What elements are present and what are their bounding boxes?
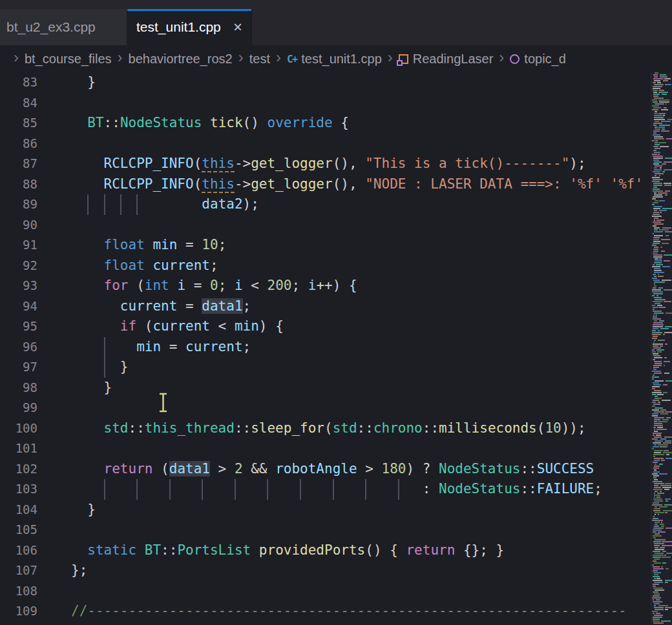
minimap-line: [651, 491, 672, 492]
line-number[interactable]: 94: [0, 296, 37, 317]
line-number[interactable]: 96: [0, 337, 37, 358]
code-line[interactable]: 102 return (data1 > 2 && robotAngle > 18…: [0, 459, 672, 480]
code-line[interactable]: 106 static BT::PortsList providedPorts()…: [0, 540, 672, 561]
line-number[interactable]: 106: [0, 540, 37, 561]
code-line[interactable]: 85 BT::NodeStatus tick() override {: [0, 113, 672, 134]
minimap-line: [651, 522, 672, 523]
minimap-line: [651, 528, 672, 529]
line-number[interactable]: 101: [0, 438, 37, 459]
code-line[interactable]: 104 }: [0, 500, 672, 520]
code-line[interactable]: 84: [0, 93, 672, 114]
code-line[interactable]: 92 float current;: [0, 256, 672, 276]
code-line[interactable]: 103 : NodeStatus::FAILURE;: [0, 479, 672, 500]
minimap-line: [651, 227, 672, 229]
close-icon[interactable]: ×: [233, 19, 242, 35]
code-line[interactable]: 94 current = data1;: [0, 296, 672, 317]
minimap-line: [651, 111, 672, 112]
code-text: min = current;: [37, 337, 251, 358]
minimap-line: [651, 591, 672, 593]
line-number[interactable]: 85: [0, 113, 37, 134]
minimap-line: [651, 497, 672, 498]
minimap-line: [651, 392, 672, 393]
line-number[interactable]: 87: [0, 154, 37, 174]
minimap-line: [651, 90, 672, 91]
line-number[interactable]: 105: [0, 520, 37, 540]
line-number[interactable]: 88: [0, 174, 37, 195]
line-number[interactable]: 89: [0, 194, 37, 215]
minimap-line: [651, 293, 672, 294]
code-line[interactable]: 83 }: [0, 72, 672, 93]
breadcrumb-item-test-unit1-cpp[interactable]: C+ test_unit1.cpp: [287, 52, 382, 67]
minimap-line: [651, 225, 672, 227]
breadcrumb-item-readinglaser[interactable]: ReadingLaser: [399, 52, 494, 67]
minimap[interactable]: [651, 72, 672, 625]
line-number[interactable]: 84: [0, 93, 37, 114]
code-line[interactable]: 93 for (int i = 0; i < 200; i++) {: [0, 276, 672, 296]
minimap-line: [651, 150, 672, 151]
minimap-line: [651, 297, 672, 298]
breadcrumb-item-bt-course-files[interactable]: bt_course_files: [25, 52, 112, 67]
minimap-line: [651, 119, 672, 120]
minimap-line: [651, 113, 672, 114]
line-number[interactable]: 104: [0, 500, 37, 520]
code-line[interactable]: 96 min = current;: [0, 337, 672, 358]
code-line[interactable]: 107};: [0, 560, 672, 581]
vscode-window: bt_u2_ex3.cpp test_unit1.cpp × › bt_cour…: [0, 0, 672, 625]
line-number[interactable]: 99: [0, 398, 37, 418]
tab-label: test_unit1.cpp: [136, 19, 221, 35]
line-number[interactable]: 107: [0, 560, 37, 581]
tab-label: bt_u2_ex3.cpp: [6, 19, 96, 35]
code-line[interactable]: 108: [0, 581, 672, 602]
line-number[interactable]: 98: [0, 378, 37, 398]
code-line[interactable]: 95 if (current < min) {: [0, 316, 672, 337]
code-line[interactable]: 99: [0, 398, 672, 418]
code-line[interactable]: 87 RCLCPP_INFO(this->get_logger(), "This…: [0, 154, 672, 174]
minimap-line: [651, 287, 672, 289]
code-line[interactable]: 97 }: [0, 357, 672, 378]
line-number[interactable]: 93: [0, 276, 37, 296]
code-editor[interactable]: 83 }8485 BT::NodeStatus tick() override …: [0, 72, 672, 625]
minimap-line: [651, 427, 672, 428]
minimap-line: [651, 312, 672, 314]
code-line[interactable]: 100 std::this_thread::sleep_for(std::chr…: [0, 418, 672, 439]
code-line[interactable]: 88 RCLCPP_INFO(this->get_logger(), "NODE…: [0, 174, 672, 195]
code-line[interactable]: 105: [0, 520, 672, 540]
minimap-line: [651, 531, 672, 533]
code-line[interactable]: 90: [0, 215, 672, 236]
minimap-line: [651, 123, 672, 124]
minimap-line: [651, 454, 672, 455]
code-text: [37, 520, 71, 540]
code-line[interactable]: 86: [0, 134, 672, 154]
tab-bt-u2-ex3-cpp[interactable]: bt_u2_ex3.cpp: [0, 9, 127, 45]
code-line[interactable]: 109//-----------------------------------…: [0, 601, 672, 622]
tab-test-unit1-cpp[interactable]: test_unit1.cpp ×: [127, 9, 252, 45]
code-line[interactable]: 89 data2);: [0, 194, 672, 215]
line-number[interactable]: 90: [0, 215, 37, 236]
line-number[interactable]: 97: [0, 357, 37, 378]
code-line[interactable]: 98 }: [0, 378, 672, 398]
minimap-line: [651, 268, 672, 269]
code-line[interactable]: 91 float min = 10;: [0, 235, 672, 256]
code-text: [37, 581, 71, 602]
line-number[interactable]: 91: [0, 235, 37, 256]
minimap-line: [651, 276, 672, 277]
line-number[interactable]: 109: [0, 601, 37, 622]
minimap-line: [651, 529, 672, 531]
line-number[interactable]: 103: [0, 479, 37, 500]
minimap-line: [651, 200, 672, 201]
line-number[interactable]: 92: [0, 256, 37, 276]
line-number[interactable]: 86: [0, 134, 37, 154]
tab-bar: bt_u2_ex3.cpp test_unit1.cpp ×: [0, 0, 672, 45]
minimap-line: [651, 152, 672, 153]
line-number[interactable]: 108: [0, 581, 37, 602]
breadcrumb-item-test[interactable]: test: [249, 52, 270, 67]
minimap-line: [651, 597, 672, 599]
code-line[interactable]: 101: [0, 438, 672, 459]
line-number[interactable]: 83: [0, 72, 37, 93]
minimap-line: [651, 189, 672, 190]
breadcrumb-item-topic[interactable]: topic_d: [510, 52, 566, 67]
line-number[interactable]: 95: [0, 316, 37, 337]
breadcrumb-item-behaviortree-ros2[interactable]: behaviortree_ros2: [129, 52, 233, 67]
line-number[interactable]: 102: [0, 459, 37, 480]
line-number[interactable]: 100: [0, 418, 37, 439]
